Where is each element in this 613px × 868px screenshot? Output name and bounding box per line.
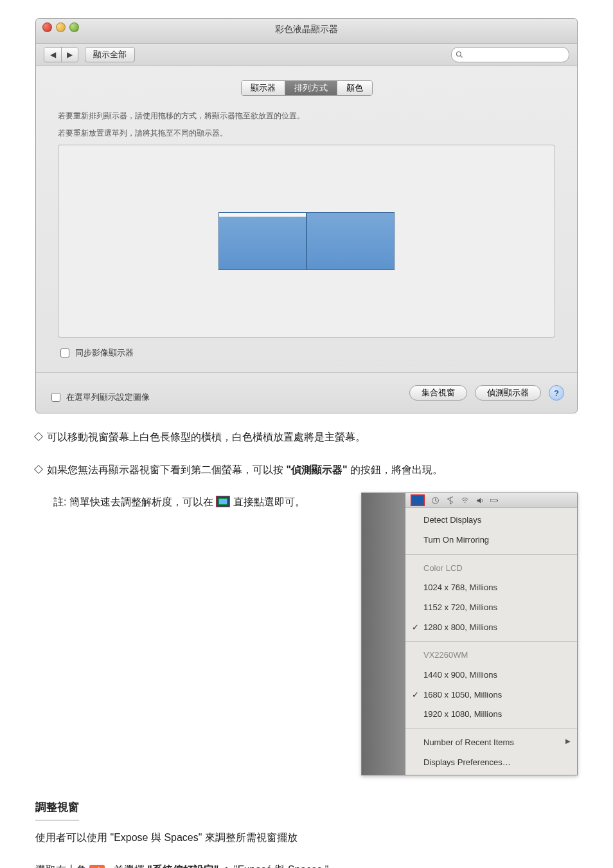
menu-displays-prefs[interactable]: Displays Preferences… bbox=[405, 753, 577, 773]
bluetooth-icon bbox=[446, 496, 454, 505]
time-machine-icon bbox=[431, 496, 440, 505]
secondary-display-icon[interactable] bbox=[306, 212, 395, 270]
tab-display[interactable]: 顯示器 bbox=[242, 81, 285, 95]
arrangement-area[interactable] bbox=[58, 145, 555, 338]
path-line: 選取右上角 , 並選擇 "系統偏好設定" -> "Exposé 與 Spaces… bbox=[35, 860, 578, 868]
tab-bar: 顯示器 排列方式 顏色 bbox=[58, 80, 555, 96]
displays-menubar-icon bbox=[216, 496, 230, 507]
svg-line-1 bbox=[461, 56, 463, 58]
svg-point-0 bbox=[457, 52, 461, 57]
nav-buttons: ◀ ▶ bbox=[44, 47, 78, 62]
gather-windows-button[interactable]: 集合視窗 bbox=[409, 385, 467, 401]
mirror-checkbox[interactable] bbox=[60, 348, 69, 357]
help-button[interactable]: ? bbox=[549, 385, 564, 401]
diamond-bullet-icon bbox=[34, 432, 43, 441]
menu-res-1152[interactable]: 1152 x 720, Millions bbox=[405, 598, 577, 618]
menu-res-1280[interactable]: 1280 x 800, Millions bbox=[405, 618, 577, 638]
displays-status-icon bbox=[411, 494, 425, 506]
note-text: 註: 簡單快速去調整解析度，可以在 直接點選即可。 bbox=[53, 493, 348, 512]
search-icon bbox=[456, 51, 463, 59]
menu-group-vx2260wm: VX2260WM bbox=[405, 646, 577, 665]
menu-recent-items[interactable]: Number of Recent Items bbox=[405, 733, 577, 753]
menu-separator bbox=[405, 641, 577, 642]
diamond-bullet-icon bbox=[34, 465, 43, 474]
expose-line: 使用者可以使用 "Expose 與 Spaces" 來調整所需視窗擺放 bbox=[35, 828, 578, 847]
show-all-button[interactable]: 顯示全部 bbox=[85, 47, 135, 62]
bullet-1: 可以移動視窗螢幕上白色長條型的橫槓，白色橫槓放置處將是主螢幕。 bbox=[35, 428, 578, 447]
primary-display-icon[interactable] bbox=[218, 212, 306, 270]
forward-button[interactable]: ▶ bbox=[61, 48, 78, 62]
toolbar: ◀ ▶ 顯示全部 bbox=[36, 44, 577, 66]
menu-turn-on-mirroring[interactable]: Turn On Mirroring bbox=[405, 530, 577, 550]
bullet-2: 如果您無法再顯示器視窗下看到第二個螢幕，可以按 "偵測顯示器" 的按鈕，將會出現… bbox=[35, 460, 578, 480]
menu-left-gutter bbox=[362, 493, 405, 775]
svg-rect-4 bbox=[497, 500, 498, 501]
volume-icon bbox=[475, 496, 484, 505]
menu-res-1920[interactable]: 1920 x 1080, Millions bbox=[405, 705, 577, 725]
search-input[interactable] bbox=[466, 50, 565, 60]
svg-rect-3 bbox=[491, 499, 497, 502]
displays-menu-screenshot: Detect Displays Turn On Mirroring Color … bbox=[361, 493, 578, 775]
detect-displays-button[interactable]: 偵測顯示器 bbox=[475, 385, 541, 401]
bottom-bar: 在選單列顯示設定圖像 集合視窗 偵測顯示器 ? bbox=[36, 372, 577, 413]
titlebar: 彩色液晶顯示器 bbox=[36, 19, 577, 44]
menubar-checkbox[interactable] bbox=[51, 393, 60, 402]
window-title: 彩色液晶顯示器 bbox=[36, 24, 577, 35]
tab-arrangement[interactable]: 排列方式 bbox=[285, 81, 337, 95]
displays-pref-window: 彩色液晶顯示器 ◀ ▶ 顯示全部 顯示器 排列方式 顏色 若要重新排列 bbox=[35, 18, 578, 413]
menu-group-colorlcd: Color LCD bbox=[405, 559, 577, 579]
tab-color[interactable]: 顏色 bbox=[337, 81, 372, 95]
menubar-checkbox-row[interactable]: 在選單列顯示設定圖像 bbox=[49, 391, 150, 404]
menu-res-1440[interactable]: 1440 x 900, Millions bbox=[405, 665, 577, 685]
menu-separator bbox=[405, 554, 577, 555]
menu-separator bbox=[405, 728, 577, 729]
mirror-checkbox-row[interactable]: 同步影像顯示器 bbox=[58, 347, 555, 359]
back-button[interactable]: ◀ bbox=[44, 48, 61, 62]
section-adjust-window: 調整視窗 bbox=[35, 797, 79, 820]
menu-res-1680[interactable]: 1680 x 1050, Millions bbox=[405, 685, 577, 705]
search-field[interactable] bbox=[451, 47, 569, 62]
instructions-line-1: 若要重新排列顯示器，請使用拖移的方式，將顯示器拖至欲放置的位置。 bbox=[58, 110, 555, 122]
wifi-icon bbox=[461, 496, 469, 505]
mirror-checkbox-label: 同步影像顯示器 bbox=[75, 347, 134, 359]
menubar-checkbox-label: 在選單列顯示設定圖像 bbox=[66, 392, 150, 403]
instructions-line-2: 若要重新放置選單列，請將其拖至不同的顯示器。 bbox=[58, 127, 555, 140]
menu-res-1024[interactable]: 1024 x 768, Millions bbox=[405, 578, 577, 598]
menu-detect-displays[interactable]: Detect Displays bbox=[405, 511, 577, 530]
apple-menu-icon bbox=[89, 865, 105, 868]
menubar-status-area bbox=[405, 493, 577, 508]
battery-icon bbox=[490, 496, 499, 505]
